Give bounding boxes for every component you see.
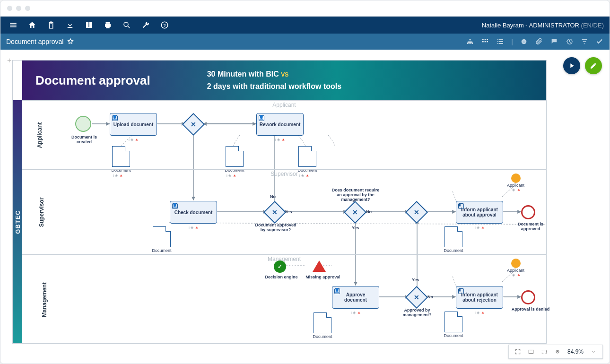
doc-artifact[interactable] [444, 226, 462, 247]
doc-artifact[interactable] [298, 146, 316, 167]
diagram-canvas[interactable]: + Document approval 30 Minuten with BIC … [0, 50, 610, 364]
grid-icon[interactable] [481, 37, 489, 46]
task-approve-document[interactable]: 👤Approve document [332, 286, 379, 309]
clipboard-icon[interactable] [47, 21, 55, 29]
zoom-toolbar: 84.9% [508, 345, 603, 359]
diagram-title: Document approval [35, 73, 150, 88]
bpmn-diagram: Document approval 30 Minuten with BIC VS… [12, 60, 547, 344]
warning-icon[interactable] [313, 260, 326, 272]
star-icon[interactable] [66, 37, 75, 46]
svg-rect-8 [485, 39, 486, 40]
decision-engine-icon[interactable]: ✓ [274, 260, 286, 273]
home-icon[interactable] [28, 21, 36, 29]
pool-label: GBTEC [13, 100, 22, 343]
svg-rect-7 [482, 39, 484, 40]
print-icon[interactable] [104, 21, 112, 29]
gateway-3[interactable]: ✕ [344, 201, 366, 224]
doc-artifact[interactable] [112, 146, 130, 167]
window-traffic-lights [0, 0, 610, 17]
svg-rect-4 [467, 43, 469, 44]
svg-rect-11 [485, 41, 486, 43]
doc-artifact[interactable] [444, 312, 462, 332]
task-check-document[interactable]: 👤Check document [170, 201, 217, 224]
sub-toolbar: Document approval | i [0, 34, 610, 50]
banner-tag: 30 Minuten with BIC VS 2 days with tradi… [207, 68, 341, 92]
lane-applicant: Applicant Applicant Document is created … [22, 100, 546, 169]
edit-button[interactable] [585, 57, 602, 74]
user-info[interactable]: Natalie Bayram - ADMINISTRATOR (EN/DE) [482, 22, 604, 29]
role-applicant: Applicanti ◈ 🔺 [507, 259, 524, 277]
fit-icon[interactable] [514, 348, 521, 355]
start-label: Document is created [67, 135, 102, 144]
chat-icon[interactable] [550, 37, 558, 46]
svg-rect-17 [542, 350, 546, 354]
filter-icon[interactable] [580, 37, 589, 46]
add-lane-icon[interactable]: + [7, 56, 11, 65]
diagram-banner: Document approval 30 Minuten with BIC VS… [22, 61, 546, 100]
lane-management: Management Management ✓ Decision engine … [22, 254, 546, 344]
task-inform-rejection[interactable]: ■Inform applicant about rejection [456, 286, 503, 309]
history-icon[interactable] [565, 37, 574, 46]
lane-supervisor: Supervisor Supervisor 👤Check document i … [22, 169, 546, 254]
svg-rect-10 [482, 41, 484, 43]
wrench-icon[interactable] [141, 21, 150, 29]
check-icon[interactable] [595, 37, 604, 46]
hierarchy-icon[interactable] [466, 37, 474, 46]
download-icon[interactable] [66, 21, 74, 29]
doc-artifact[interactable] [153, 226, 171, 247]
top-toolbar: ? Natalie Bayram - ADMINISTRATOR (EN/DE) [0, 17, 610, 34]
zoom-percent[interactable]: 84.9% [567, 348, 584, 355]
gateway-2[interactable]: ✕ [263, 201, 286, 224]
task-upload-document[interactable]: 👤Upload document [110, 113, 157, 136]
help-icon[interactable]: ? [160, 21, 169, 29]
task-inform-approval[interactable]: ■Inform applicant about approval [456, 201, 503, 224]
list-icon[interactable] [496, 37, 505, 46]
svg-rect-3 [470, 39, 471, 40]
info-icon[interactable]: i [520, 37, 528, 46]
task-rework-document[interactable]: 👤Rework document [256, 113, 304, 136]
svg-rect-12 [487, 41, 488, 43]
selection-icon[interactable] [541, 348, 548, 355]
gateway-5[interactable]: ✕ [405, 286, 428, 309]
traffic-dot [7, 6, 12, 11]
svg-rect-16 [529, 350, 533, 354]
traffic-dot [16, 6, 21, 11]
svg-text:?: ? [163, 23, 166, 28]
svg-rect-5 [470, 43, 471, 44]
gateway-4[interactable]: ✕ [405, 201, 428, 224]
end-event-approved[interactable] [521, 205, 535, 219]
book-icon[interactable] [85, 21, 93, 29]
target-icon[interactable] [554, 348, 561, 355]
search-icon[interactable] [122, 21, 131, 29]
doc-artifact[interactable] [314, 312, 331, 333]
gateway-1[interactable]: ✕ [182, 113, 205, 136]
attachment-icon[interactable] [535, 37, 543, 46]
role-applicant: Applicanti ◈ 🔺 [507, 173, 524, 192]
menu-icon[interactable] [9, 21, 17, 29]
run-button[interactable] [563, 57, 580, 74]
start-event[interactable] [75, 116, 91, 132]
doc-artifact[interactable] [226, 146, 244, 167]
breadcrumb-title[interactable]: Document approval [6, 38, 63, 45]
traffic-dot [25, 6, 30, 11]
svg-point-0 [124, 22, 128, 26]
chevron-down-icon[interactable] [590, 348, 597, 355]
svg-point-19 [557, 351, 558, 352]
frame-icon[interactable] [528, 348, 534, 355]
svg-rect-6 [472, 43, 473, 44]
svg-rect-9 [487, 39, 488, 40]
end-event-denied[interactable] [521, 290, 535, 304]
